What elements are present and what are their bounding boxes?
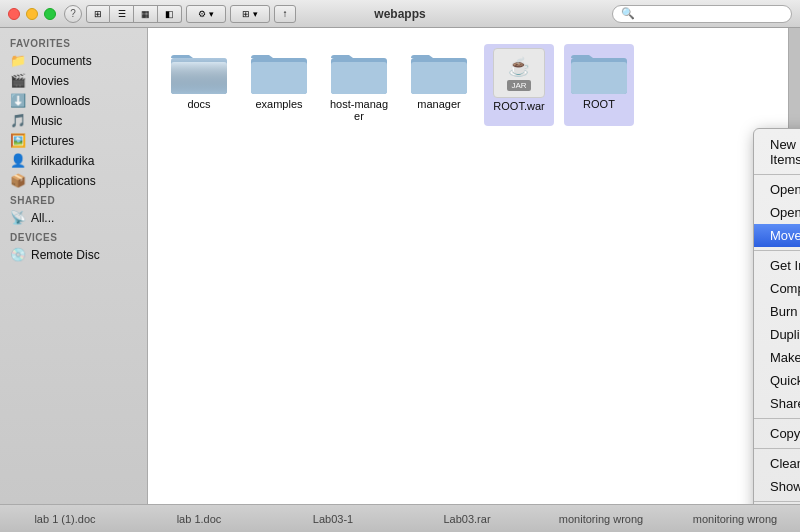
view-column-button[interactable]: ▦ bbox=[134, 5, 158, 23]
svg-rect-7 bbox=[331, 62, 387, 94]
sidebar: FAVORITES 📁 Documents 🎬 Movies ⬇️ Downlo… bbox=[0, 28, 148, 504]
file-label: host-manager bbox=[328, 98, 390, 122]
file-item[interactable]: ROOT bbox=[564, 44, 634, 126]
help-button[interactable]: ? bbox=[64, 5, 82, 23]
sidebar-item-downloads[interactable]: ⬇️ Downloads bbox=[0, 91, 147, 111]
context-menu: New Folder with Selection (2 Items) Open… bbox=[753, 128, 800, 504]
sidebar-item-label: Music bbox=[31, 114, 62, 128]
titlebar: ? ⊞ ☰ ▦ ◧ ⚙ ▾ ⊞ ▾ ↑ webapps 🔍 bbox=[0, 0, 800, 28]
file-area[interactable]: docs examples host-manager bbox=[148, 28, 788, 504]
sidebar-item-label: kirilkadurika bbox=[31, 154, 94, 168]
file-label: ROOT.war bbox=[493, 100, 544, 112]
ctx-make-alias[interactable]: Make Alias bbox=[754, 346, 800, 369]
sidebar-item-label: Pictures bbox=[31, 134, 74, 148]
sidebar-item-applications[interactable]: 📦 Applications bbox=[0, 171, 147, 191]
sidebar-item-user[interactable]: 👤 kirilkadurika bbox=[0, 151, 147, 171]
traffic-lights bbox=[8, 8, 56, 20]
ctx-separator bbox=[754, 448, 800, 449]
all-icon: 📡 bbox=[10, 210, 26, 226]
pictures-icon: 🖼️ bbox=[10, 133, 26, 149]
minimize-button[interactable] bbox=[26, 8, 38, 20]
statusbar-item: lab 1 (1).doc bbox=[8, 513, 122, 525]
file-label: ROOT bbox=[583, 98, 615, 110]
sidebar-item-label: Movies bbox=[31, 74, 69, 88]
ctx-open-with[interactable]: Open With ▶ bbox=[754, 201, 800, 224]
ctx-quick-look[interactable]: Quick Look 2 Items bbox=[754, 369, 800, 392]
ctx-open[interactable]: Open bbox=[754, 178, 800, 201]
ctx-compress[interactable]: Compress 2 Items bbox=[754, 277, 800, 300]
file-label: examples bbox=[255, 98, 302, 110]
statusbar-item: monitoring wrong bbox=[678, 513, 792, 525]
file-item[interactable]: docs bbox=[164, 44, 234, 126]
ctx-show-view-options[interactable]: Show View Options bbox=[754, 475, 800, 498]
ctx-separator bbox=[754, 501, 800, 502]
ctx-separator bbox=[754, 174, 800, 175]
ctx-separator bbox=[754, 418, 800, 419]
sidebar-item-all[interactable]: 📡 All... bbox=[0, 208, 147, 228]
music-icon: 🎵 bbox=[10, 113, 26, 129]
applications-icon: 📦 bbox=[10, 173, 26, 189]
close-button[interactable] bbox=[8, 8, 20, 20]
sidebar-item-label: Downloads bbox=[31, 94, 90, 108]
view-icon-button[interactable]: ⊞ bbox=[86, 5, 110, 23]
sidebar-item-label: Documents bbox=[31, 54, 92, 68]
disc-icon: 💿 bbox=[10, 247, 26, 263]
statusbar-item: lab 1.doc bbox=[142, 513, 256, 525]
main-area: FAVORITES 📁 Documents 🎬 Movies ⬇️ Downlo… bbox=[0, 28, 800, 504]
file-item[interactable]: examples bbox=[244, 44, 314, 126]
folder-icon bbox=[411, 48, 467, 96]
ctx-copy-items[interactable]: Copy 2 Items bbox=[754, 422, 800, 445]
svg-rect-11 bbox=[571, 62, 627, 94]
file-label: manager bbox=[417, 98, 460, 110]
sidebar-item-label: Remote Disc bbox=[31, 248, 100, 262]
window-title: webapps bbox=[374, 7, 425, 21]
ctx-clean-up[interactable]: Clean Up Selection bbox=[754, 452, 800, 475]
file-item[interactable]: manager bbox=[404, 44, 474, 126]
view-list-button[interactable]: ☰ bbox=[110, 5, 134, 23]
sidebar-item-remote-disc[interactable]: 💿 Remote Disc bbox=[0, 245, 147, 265]
file-item[interactable]: host-manager bbox=[324, 44, 394, 126]
share-button[interactable]: ↑ bbox=[274, 5, 296, 23]
documents-icon: 📁 bbox=[10, 53, 26, 69]
statusbar-item: Lab03.rar bbox=[410, 513, 524, 525]
search-box[interactable]: 🔍 bbox=[612, 5, 792, 23]
maximize-button[interactable] bbox=[44, 8, 56, 20]
view-cover-button[interactable]: ◧ bbox=[158, 5, 182, 23]
ctx-get-info[interactable]: Get Info bbox=[754, 254, 800, 277]
statusbar: lab 1 (1).doc lab 1.doc Lab03-1 Lab03.ra… bbox=[0, 504, 800, 532]
ctx-new-folder[interactable]: New Folder with Selection (2 Items) bbox=[754, 133, 800, 171]
sidebar-item-movies[interactable]: 🎬 Movies bbox=[0, 71, 147, 91]
ctx-move-to-trash[interactable]: Move to Trash bbox=[754, 224, 800, 247]
sidebar-item-label: All... bbox=[31, 211, 54, 225]
view-buttons: ⊞ ☰ ▦ ◧ bbox=[86, 5, 182, 23]
file-label: docs bbox=[187, 98, 210, 110]
folder-icon bbox=[251, 48, 307, 96]
sidebar-item-label: Applications bbox=[31, 174, 96, 188]
file-item[interactable]: ☕ JAR ROOT.war bbox=[484, 44, 554, 126]
sidebar-item-music[interactable]: 🎵 Music bbox=[0, 111, 147, 131]
ctx-burn[interactable]: Burn 2 Items to Disc... bbox=[754, 300, 800, 323]
devices-label: DEVICES bbox=[0, 228, 147, 245]
svg-rect-5 bbox=[251, 62, 307, 94]
statusbar-item: Lab03-1 bbox=[276, 513, 390, 525]
ctx-share[interactable]: Share ▶ bbox=[754, 392, 800, 415]
downloads-icon: ⬇️ bbox=[10, 93, 26, 109]
sidebar-item-pictures[interactable]: 🖼️ Pictures bbox=[0, 131, 147, 151]
ctx-separator bbox=[754, 250, 800, 251]
svg-rect-9 bbox=[411, 62, 467, 94]
shared-label: SHARED bbox=[0, 191, 147, 208]
arrange-button[interactable]: ⊞ ▾ bbox=[230, 5, 270, 23]
sidebar-item-documents[interactable]: 📁 Documents bbox=[0, 51, 147, 71]
war-file-icon: ☕ JAR bbox=[493, 48, 545, 98]
statusbar-item: monitoring wrong bbox=[544, 513, 658, 525]
svg-rect-3 bbox=[171, 62, 227, 94]
folder-icon bbox=[331, 48, 387, 96]
folder-icon bbox=[171, 48, 227, 96]
folder-icon bbox=[571, 48, 627, 96]
ctx-duplicate[interactable]: Duplicate bbox=[754, 323, 800, 346]
user-icon: 👤 bbox=[10, 153, 26, 169]
favorites-label: FAVORITES bbox=[0, 34, 147, 51]
action-button[interactable]: ⚙ ▾ bbox=[186, 5, 226, 23]
movies-icon: 🎬 bbox=[10, 73, 26, 89]
